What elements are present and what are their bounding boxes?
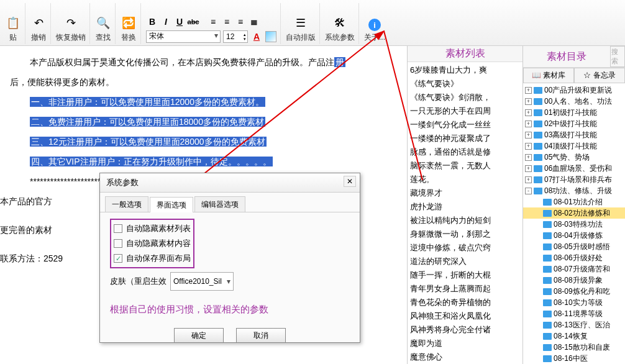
material-list-item[interactable]: 风神狼王和浴火凤凰化 — [410, 309, 520, 323]
tree-toggle[interactable]: + — [525, 165, 532, 172]
indent-button[interactable]: ≣ — [248, 16, 260, 28]
tree-node[interactable]: 08-11境界等级 — [523, 308, 625, 319]
material-tree[interactable]: +00产品升级和更新说+00人名、地名、功法+01初级打斗技能+02中级打斗技能… — [523, 83, 625, 364]
tree-toggle[interactable]: + — [525, 154, 532, 161]
auto-layout-group[interactable]: ☰ 自动排版 — [282, 3, 320, 44]
material-list-item[interactable]: 莲花。 — [410, 173, 520, 186]
tree-toggle[interactable]: + — [525, 143, 532, 150]
material-list-item[interactable]: 青色花朵的奇异植物的 — [410, 296, 520, 309]
tree-node[interactable]: 08-13医疗、医治 — [523, 319, 625, 330]
material-list-item[interactable]: 脉感，通俗的话就是修 — [410, 145, 520, 159]
tree-node[interactable]: 08-16中医 — [523, 353, 625, 364]
cancel-button[interactable]: 取消 — [236, 328, 286, 343]
tree-label: 08-16中医 — [554, 353, 588, 364]
tree-node[interactable]: +06血腥场景、受伤和 — [523, 163, 625, 174]
tree-toggle[interactable]: + — [525, 132, 532, 139]
bold-button[interactable]: B — [146, 16, 158, 28]
material-list-item[interactable]: 魔即为道 — [410, 337, 520, 350]
tree-toggle[interactable]: + — [525, 98, 532, 105]
tree-node[interactable]: -08功法、修练、升级 — [523, 185, 625, 196]
underline-button[interactable]: U — [173, 16, 186, 28]
tab-general[interactable]: 一般选项 — [105, 196, 148, 212]
material-list-item[interactable]: 风神秀将身心完全付诸 — [410, 323, 520, 337]
paste-icon: 📋 — [5, 15, 21, 31]
find-group[interactable]: 🔍 查找 — [91, 3, 116, 44]
paste-group[interactable]: 📋 贴 — [1, 3, 25, 44]
tree-search-input[interactable]: 搜索 — [610, 46, 625, 67]
tree-label: 08-14恢复 — [554, 330, 588, 342]
tree-node[interactable]: 08-07升级痛苦和 — [523, 263, 625, 275]
tree-node[interactable]: +01初级打斗技能 — [523, 107, 625, 118]
material-list-item[interactable]: 随手一挥，折断的大棍 — [410, 268, 520, 282]
folder-icon — [543, 243, 552, 250]
align-left-button[interactable]: ≡ — [207, 16, 219, 28]
dialog-close-button[interactable]: ✕ — [344, 176, 356, 187]
tree-toggle[interactable]: + — [525, 87, 532, 94]
material-list-item[interactable]: 青年男女身上蒸腾而起 — [410, 282, 520, 296]
tree-node[interactable]: 08-09炼化丹和吃 — [523, 286, 625, 297]
material-list-item[interactable]: 一缕剑气分化成一丝丝 — [410, 118, 520, 132]
align-right-button[interactable]: ≡ — [234, 16, 247, 28]
redo-group[interactable]: ↷ 恢复撤销 — [52, 3, 90, 44]
tree-node[interactable]: +04顶级打斗技能 — [523, 140, 625, 152]
tree-node[interactable]: 08-10实力等级 — [523, 297, 625, 308]
material-list-item[interactable]: 《练气要诀》剑消散， — [410, 91, 520, 104]
chk-save-layout[interactable]: ✓ — [114, 254, 122, 263]
dialog-note: 根据自己的使用习惯，设置相关的参数 — [110, 302, 350, 317]
sys-params-group[interactable]: 🛠 系统参数 — [321, 3, 359, 44]
font-color-button[interactable]: A — [250, 30, 263, 43]
tree-node[interactable]: 08-05升级时感悟 — [523, 241, 625, 252]
tree-toggle[interactable]: - — [525, 188, 532, 194]
about-group[interactable]: i 关于... — [360, 3, 389, 44]
tree-node[interactable]: +07打斗场景和排兵布 — [523, 174, 625, 185]
dialog-titlebar[interactable]: 系统参数 ✕ — [100, 173, 360, 193]
tree-toggle[interactable]: + — [525, 121, 532, 127]
tab-memo[interactable]: ☆ 备忘录 — [574, 68, 625, 83]
replace-group[interactable]: 🔁 替换 — [117, 3, 141, 44]
material-list-item[interactable]: 虎扑龙游 — [410, 200, 520, 214]
material-list-item[interactable]: 一缕缕的神元凝聚成了 — [410, 132, 520, 145]
material-list-item[interactable]: 逆境中修炼，破点穴窍 — [410, 241, 520, 255]
material-list-item[interactable]: 6岁臻膝青山大力，爽 — [410, 63, 520, 77]
material-list-item[interactable]: 道法的研究深入 — [410, 255, 520, 268]
tab-ui[interactable]: 界面选项 — [150, 197, 193, 212]
replace-label: 替换 — [121, 32, 136, 43]
chk-hide-list[interactable] — [114, 224, 122, 233]
tree-node[interactable]: +00人名、地名、功法 — [523, 96, 625, 107]
tree-node[interactable]: 08-08升级异象 — [523, 275, 625, 286]
tree-node[interactable]: 08-04升级修炼 — [523, 230, 625, 241]
strike-button[interactable]: abc — [187, 16, 199, 28]
ok-button[interactable]: 确定 — [174, 328, 224, 343]
material-list-item[interactable]: 脑际袤然一震，无数人 — [410, 159, 520, 173]
tree-node[interactable]: +05气势、势场 — [523, 152, 625, 163]
tree-toggle[interactable]: + — [525, 176, 532, 183]
tree-node[interactable]: +03高级打斗技能 — [523, 129, 625, 140]
skin-select[interactable]: Office2010_Sil — [170, 272, 234, 291]
material-list-item[interactable]: 藏境界才 — [410, 186, 520, 200]
material-list-item[interactable]: 被注以精纯内力的短剑 — [410, 214, 520, 227]
tree-toggle[interactable]: + — [525, 109, 532, 116]
material-list-item[interactable]: 一只无形的大手在四周 — [410, 104, 520, 118]
tree-node[interactable]: 08-01功法介绍 — [523, 196, 625, 207]
tree-node[interactable]: 08-02功法修炼和 — [523, 207, 625, 219]
tree-node[interactable]: 08-06升级好处 — [523, 252, 625, 263]
tree-node[interactable]: +02中级打斗技能 — [523, 118, 625, 129]
tab-material-lib[interactable]: 📖 素材库 — [523, 68, 574, 83]
material-list-item[interactable]: 《练气要诀》 — [410, 77, 520, 91]
tree-node[interactable]: 08-15散功和自废 — [523, 342, 625, 353]
material-list-item[interactable]: 魔意佛心 — [410, 350, 520, 364]
material-list-item[interactable]: 身躯微微一动，刹那之 — [410, 227, 520, 241]
highlight-color-button[interactable] — [265, 31, 276, 42]
tree-node[interactable]: 08-03特殊功法 — [523, 219, 625, 230]
align-center-button[interactable]: ≡ — [221, 16, 233, 28]
font-name-select[interactable]: 宋体 — [146, 30, 221, 43]
font-size-select[interactable]: 12 — [223, 30, 248, 43]
undo-group[interactable]: ↶ 撤销 — [27, 3, 51, 44]
tab-editor[interactable]: 编辑器选项 — [194, 196, 245, 212]
material-list[interactable]: 6岁臻膝青山大力，爽《练气要诀》《练气要诀》剑消散，一只无形的大手在四周一缕剑气… — [408, 62, 522, 364]
tree-node[interactable]: +00产品升级和更新说 — [523, 84, 625, 96]
tree-node[interactable]: 08-14恢复 — [523, 330, 625, 342]
chk-hide-content[interactable] — [114, 239, 122, 248]
italic-button[interactable]: I — [160, 16, 172, 28]
auto-layout-label: 自动排版 — [286, 32, 316, 43]
